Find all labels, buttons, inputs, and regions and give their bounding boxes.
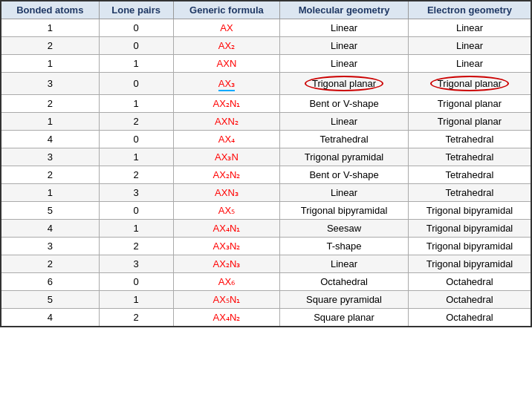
cell-bonded-atoms: 3 [1,238,99,255]
cell-lone-pairs: 3 [99,255,173,273]
cell-bonded-atoms: 2 [1,95,99,113]
table-row: 41AX₄N₁SeesawTrigonal bipyramidal [1,220,531,238]
cell-lone-pairs: 1 [99,220,173,238]
cell-molecular-geometry: Trigonal planar [280,73,409,95]
table-row: 30AX₃Trigonal planarTrigonal planar [1,73,531,95]
cell-bonded-atoms: 4 [1,220,99,238]
cell-electron-geometry: Octahedral [408,291,531,309]
cell-electron-geometry: Tetrahedral [408,148,531,166]
table-row: 22AX₂N₂Bent or V-shapeTetrahedral [1,166,531,184]
cell-formula: AX₂N₃ [173,255,279,273]
cell-bonded-atoms: 2 [1,255,99,273]
cell-bonded-atoms: 1 [1,55,99,73]
header-generic-formula: Generic formula [173,1,279,19]
cell-formula: AXN₂ [173,113,279,131]
cell-lone-pairs: 0 [99,273,173,291]
cell-lone-pairs: 2 [99,113,173,131]
cell-formula: AXN [173,55,279,73]
cell-electron-geometry: Linear [408,19,531,37]
cell-bonded-atoms: 5 [1,202,99,220]
cell-lone-pairs: 3 [99,184,173,202]
cell-formula: AX₄ [173,131,279,148]
cell-molecular-geometry: Bent or V-shape [280,166,409,184]
cell-electron-geometry: Trigonal bipyramidal [408,238,531,255]
cell-bonded-atoms: 1 [1,184,99,202]
cell-molecular-geometry: Linear [280,255,409,273]
table-row: 10AXLinearLinear [1,19,531,37]
cell-molecular-geometry: Bent or V-shape [280,95,409,113]
cell-formula: AXN₃ [173,184,279,202]
cell-lone-pairs: 1 [99,95,173,113]
cell-lone-pairs: 0 [99,37,173,55]
cell-formula: AX₂N₁ [173,95,279,113]
cell-electron-geometry: Tetrahedral [408,184,531,202]
table-row: 11AXNLinearLinear [1,55,531,73]
cell-electron-geometry: Trigonal bipyramidal [408,202,531,220]
cell-lone-pairs: 0 [99,202,173,220]
table-row: 13AXN₃LinearTetrahedral [1,184,531,202]
cell-molecular-geometry: Tetrahedral [280,131,409,148]
table-row: 23AX₂N₃LinearTrigonal bipyramidal [1,255,531,273]
cell-molecular-geometry: Octahedral [280,273,409,291]
cell-lone-pairs: 1 [99,148,173,166]
cell-bonded-atoms: 3 [1,73,99,95]
header-molecular-geometry: Molecular geometry [280,1,409,19]
table-row: 21AX₂N₁Bent or V-shapeTrigonal planar [1,95,531,113]
cell-molecular-geometry: Seesaw [280,220,409,238]
cell-molecular-geometry: Square pyramidal [280,291,409,309]
cell-molecular-geometry: Linear [280,19,409,37]
cell-bonded-atoms: 4 [1,309,99,327]
table-row: 20AX₂LinearLinear [1,37,531,55]
cell-formula: AX₆ [173,273,279,291]
cell-molecular-geometry: Trigonal bipyramidal [280,202,409,220]
cell-formula: AX₂N₂ [173,166,279,184]
header-bonded-atoms: Bonded atoms [1,1,99,19]
cell-molecular-geometry: Linear [280,37,409,55]
header-lone-pairs: Lone pairs [99,1,173,19]
cell-molecular-geometry: Trigonal pyramidal [280,148,409,166]
cell-lone-pairs: 0 [99,131,173,148]
header-electron-geometry: Electron geometry [408,1,531,19]
cell-formula: AX₄N₂ [173,309,279,327]
table-row: 31AX₃NTrigonal pyramidalTetrahedral [1,148,531,166]
cell-formula: AX₃ [173,73,279,95]
cell-formula: AX₄N₁ [173,220,279,238]
cell-electron-geometry: Linear [408,37,531,55]
table-row: 50AX₅Trigonal bipyramidalTrigonal bipyra… [1,202,531,220]
cell-lone-pairs: 0 [99,19,173,37]
table-row: 60AX₆OctahedralOctahedral [1,273,531,291]
cell-lone-pairs: 2 [99,166,173,184]
table-row: 42AX₄N₂Square planarOctahedral [1,309,531,327]
table-row: 12AXN₂LinearTrigonal planar [1,113,531,131]
cell-bonded-atoms: 3 [1,148,99,166]
cell-bonded-atoms: 5 [1,291,99,309]
cell-lone-pairs: 0 [99,73,173,95]
cell-molecular-geometry: Linear [280,184,409,202]
cell-electron-geometry: Trigonal planar [408,95,531,113]
cell-bonded-atoms: 2 [1,166,99,184]
cell-lone-pairs: 2 [99,238,173,255]
cell-formula: AX₃N₂ [173,238,279,255]
cell-molecular-geometry: Linear [280,113,409,131]
cell-formula: AX₃N [173,148,279,166]
cell-bonded-atoms: 1 [1,19,99,37]
cell-bonded-atoms: 1 [1,113,99,131]
cell-electron-geometry: Octahedral [408,309,531,327]
cell-formula: AX [173,19,279,37]
cell-electron-geometry: Tetrahedral [408,166,531,184]
cell-electron-geometry: Trigonal bipyramidal [408,220,531,238]
cell-electron-geometry: Trigonal planar [408,113,531,131]
cell-formula: AX₂ [173,37,279,55]
cell-lone-pairs: 1 [99,291,173,309]
cell-electron-geometry: Linear [408,55,531,73]
cell-electron-geometry: Trigonal planar [408,73,531,95]
cell-bonded-atoms: 4 [1,131,99,148]
cell-electron-geometry: Tetrahedral [408,131,531,148]
cell-bonded-atoms: 2 [1,37,99,55]
cell-lone-pairs: 1 [99,55,173,73]
table-row: 51AX₅N₁Square pyramidalOctahedral [1,291,531,309]
table-row: 40AX₄TetrahedralTetrahedral [1,131,531,148]
cell-molecular-geometry: T-shape [280,238,409,255]
cell-molecular-geometry: Square planar [280,309,409,327]
cell-bonded-atoms: 6 [1,273,99,291]
